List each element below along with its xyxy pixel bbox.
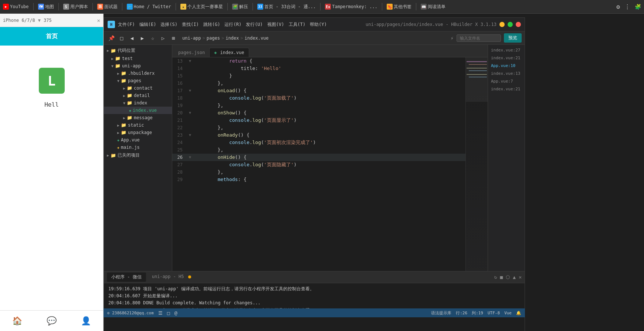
collapse-26[interactable]: ▼ (187, 154, 193, 161)
tab-index-vue-label: index.vue (220, 50, 244, 55)
tab-33[interactable]: 33 首页 - 33台词 - 通... (257, 4, 316, 10)
code-line-14: 14 title: 'Hello' (172, 65, 465, 72)
recent-file-4[interactable]: index.vue:13 (488, 70, 525, 77)
toolbar-tab-btn[interactable]: ⊞ (169, 34, 178, 43)
phone-nav-header: 首页 (0, 27, 103, 46)
menu-select[interactable]: 选择(S) (160, 21, 177, 28)
window-maximize-btn[interactable] (508, 22, 513, 27)
menu-file[interactable]: 文件(F) (118, 21, 135, 28)
menu-publish[interactable]: 发行(U) (246, 21, 263, 28)
tab-personal[interactable]: ★ 个人主页一赛事星 (180, 4, 223, 10)
settings-icon[interactable]: ⚙ (616, 3, 620, 10)
tree-item-contact[interactable]: ▶ 📁 contact (104, 84, 172, 92)
tree-item-uniapp[interactable]: ▼ 📁 uni-app (104, 62, 172, 70)
tab-interview[interactable]: 面 面试题 (97, 4, 118, 10)
filter-icon[interactable]: ⚡ (451, 35, 454, 41)
collapse-13[interactable]: ▼ (187, 57, 193, 65)
terminal-tab-weixin[interactable]: 小程序 - 微信 (107, 273, 146, 282)
statusbar-edit-icon[interactable]: □ (167, 310, 170, 316)
tree-item-closed[interactable]: ▶ 📁 已关闭项目 (104, 151, 172, 160)
phone-width: 375 (44, 18, 52, 23)
tree-item-unpackage[interactable]: ▶ 📁 unpackage (104, 129, 172, 136)
toolbar-forward-btn[interactable]: ▶ (138, 34, 147, 43)
recent-file-5[interactable]: App.vue:7 (488, 77, 525, 85)
phone-model-label: iPhone 6/7/8 (3, 18, 35, 23)
terminal-tab-h5[interactable]: uni-app - H5 (148, 273, 196, 282)
menu-run[interactable]: 运行(R) (224, 21, 241, 28)
preview-button[interactable]: 预览 (504, 33, 522, 43)
tab-readinglist[interactable]: 📖 阅读清单 (421, 4, 445, 10)
tab-bookmarks[interactable]: 🔖 其他书签 (387, 4, 411, 10)
window-minimize-btn[interactable] (499, 22, 505, 27)
recent-file-2[interactable]: index.vue:21 (488, 54, 525, 62)
statusbar-at-icon[interactable]: @ (174, 310, 177, 316)
phone-dropdown-icon[interactable]: ▼ (38, 18, 41, 23)
menu-jump[interactable]: 跳转(G) (203, 21, 220, 28)
tree-item-appvue[interactable]: ◈ App.vue (104, 136, 172, 144)
recent-file-6[interactable]: index.vue:21 (488, 85, 525, 93)
tree-item-detail[interactable]: ▶ 📁 detail (104, 92, 172, 99)
tab-script-label: 用户脚本 (70, 4, 88, 10)
terminal-output: 19:59:16.639 项目 'uni-app' 编译成功。前端运行日志，请另… (104, 283, 525, 331)
menu-tools[interactable]: 工具(T) (289, 21, 306, 28)
toolbar-run-btn[interactable]: ▷ (159, 34, 167, 43)
tab-map[interactable]: 🗺 地图 (38, 4, 54, 10)
phone-close-btn[interactable]: ✕ (97, 17, 100, 23)
browser-ext-icon[interactable]: 🧩 (635, 4, 641, 10)
tab-script[interactable]: S 用户脚本 (63, 4, 88, 10)
phone-person-icon[interactable]: 👤 (81, 316, 91, 325)
line-content-21: console.log('页面显示了') (193, 117, 465, 124)
menu-view[interactable]: 视图(V) (267, 21, 284, 28)
tree-item-index[interactable]: ▼ 📁 index (104, 99, 172, 107)
collapse-20[interactable]: ▼ (187, 109, 193, 117)
code-editor[interactable]: 13 ▼ return { 14 title: 'Hello' 1 (172, 57, 465, 271)
tab-youtube[interactable]: ▶ YouTube (3, 4, 29, 10)
tree-item-test[interactable]: ▶ 📁 test (104, 55, 172, 62)
code-line-17: 17 ▼ onLoad() { (172, 87, 465, 94)
more-icon[interactable]: ⋮ (624, 3, 630, 10)
collapse-17[interactable]: ▼ (187, 87, 193, 94)
tree-label-pages: pages (128, 78, 141, 83)
tree-item-message[interactable]: ▶ 📁 message (104, 114, 172, 121)
recent-file-1[interactable]: index.vue:27 (488, 46, 525, 54)
toolbar-new-btn[interactable]: □ (117, 34, 126, 43)
menu-search[interactable]: 查找(I) (182, 21, 199, 28)
folder-icon11: 📁 (121, 130, 126, 135)
tree-item-static[interactable]: ▶ 📁 static (104, 121, 172, 129)
terminal-restart-icon[interactable]: ↻ (494, 274, 497, 280)
tab-tampermonkey[interactable]: Ex Tampermonkey: ... (325, 4, 377, 10)
statusbar-list-icon[interactable]: ☰ (158, 310, 163, 316)
tab-puzzle[interactable]: 🧩 解压 (232, 4, 248, 10)
phone-chat-icon[interactable]: 💬 (47, 316, 57, 325)
statusbar-bell-icon[interactable]: 🔔 (516, 311, 521, 315)
terminal-stop-icon[interactable]: ■ (500, 274, 503, 280)
phone-home-icon[interactable]: 🏠 (12, 316, 22, 325)
phone-tabbar: 🏠 💬 👤 (0, 310, 103, 331)
tree-item-code-pos[interactable]: ▶ 📁 代码位置 (104, 46, 172, 55)
toolbar-star-btn[interactable]: ☆ (148, 34, 157, 43)
collapse-23[interactable]: ▼ (187, 131, 193, 139)
file-search-input[interactable] (457, 34, 501, 42)
window-close-btn[interactable] (516, 22, 521, 27)
tree-item-index-vue[interactable]: ◈ index.vue (104, 107, 172, 114)
phone-header-title: 首页 (46, 33, 58, 40)
tab-pages-json[interactable]: pages.json (174, 48, 209, 57)
tree-item-pages[interactable]: ▼ 📁 pages (104, 77, 172, 84)
tree-item-mainjs[interactable]: ◈ main.js (104, 144, 172, 151)
line-content-26: onHide() { (193, 154, 465, 161)
terminal-close-icon[interactable]: ✕ (519, 274, 522, 280)
twitter-icon: 🐦 (127, 4, 133, 10)
terminal-panel: 小程序 - 微信 uni-app - H5 ↻ ■ ⬡ ▲ ✕ 19:59:16… (104, 271, 525, 331)
terminal-up-icon[interactable]: ▲ (513, 274, 516, 280)
map-icon: 🗺 (38, 4, 44, 10)
line-num-26: 26 (172, 154, 187, 161)
menu-edit[interactable]: 编辑(E) (139, 21, 156, 28)
terminal-external-icon[interactable]: ⬡ (506, 274, 510, 280)
recent-file-3[interactable]: App.vue:10 (488, 62, 525, 70)
menu-help[interactable]: 帮助(Y) (310, 21, 327, 28)
tab-index-vue[interactable]: ◈ index.vue (209, 48, 249, 57)
tab-twitter[interactable]: 🐦 Home / Twitter (127, 4, 171, 10)
tree-item-hbuilderx[interactable]: ▶ 📁 .hbuilderx (104, 70, 172, 77)
toolbar-back-btn[interactable]: ◀ (128, 34, 136, 43)
toolbar-pin-btn[interactable]: 📌 (107, 34, 116, 43)
